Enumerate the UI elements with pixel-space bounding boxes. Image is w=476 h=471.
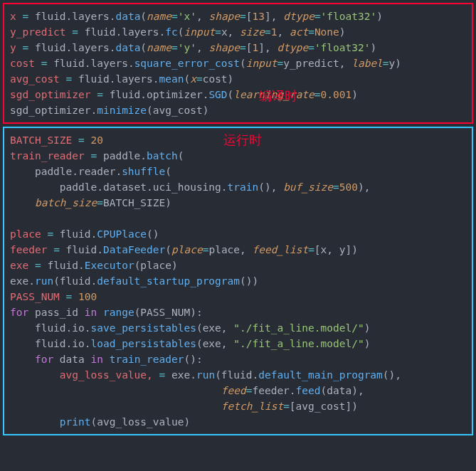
compile-time-block: 编译时 x = fluid.layers.data(name='x', shap… <box>3 3 473 124</box>
runtime-block: 运行时 BATCH_SIZE = 20 train_reader = paddl… <box>3 127 473 435</box>
code-block-2: BATCH_SIZE = 20 train_reader = paddle.ba… <box>10 132 466 430</box>
code-block-1: x = fluid.layers.data(name='x', shape=[1… <box>10 9 466 118</box>
runtime-label: 运行时 <box>223 132 262 148</box>
compile-time-label: 编译时 <box>259 88 297 104</box>
